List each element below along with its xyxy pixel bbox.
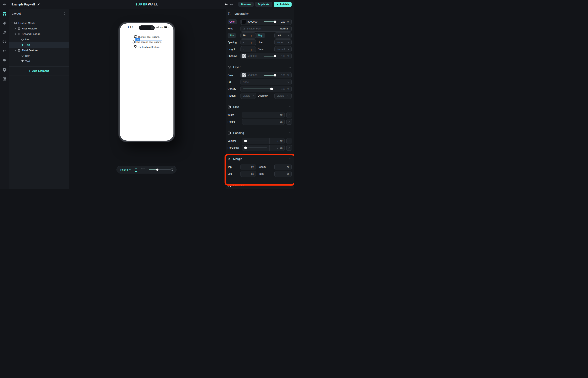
layer-color-opacity-slider[interactable] [262, 72, 278, 78]
rail-code-tab[interactable] [0, 37, 9, 46]
opacity-value[interactable]: 100 % [278, 86, 291, 92]
case-label: Case [256, 48, 274, 51]
sort-arrows-icon [64, 12, 66, 15]
align-select[interactable]: Left [274, 32, 292, 39]
font-size-input[interactable]: 16 px [241, 32, 256, 39]
tree-item-first-feature[interactable]: First Feature [9, 26, 69, 31]
padding-vertical-expand-button[interactable] [286, 138, 292, 144]
padding-horizontal-expand-button[interactable] [286, 145, 292, 151]
rail-console-tab[interactable] [0, 74, 9, 83]
collapse-padding-button[interactable] [289, 132, 291, 134]
device-select[interactable]: iPhone [120, 168, 128, 171]
collapse-margin-button[interactable] [289, 158, 291, 160]
selected-text-element[interactable]: Text The second cool feature. [135, 40, 162, 43]
trophy-icon [21, 54, 24, 57]
feature-row-1[interactable]: The first cool feature. [120, 34, 173, 39]
color-hex-field[interactable]: #000000 [241, 19, 262, 25]
layer-color-hex-field[interactable]: #000000 [241, 72, 262, 78]
color-swatch[interactable] [242, 20, 246, 24]
layer-color-swatch[interactable] [242, 73, 246, 78]
color-opacity-value[interactable]: 100 % [278, 19, 291, 25]
layer-color-opacity-value[interactable]: 100 % [278, 72, 291, 78]
width-input[interactable]: – px [242, 112, 285, 118]
caret-collapsed-icon[interactable] [14, 28, 16, 29]
tree-item-feature-stack[interactable]: Feature Stack [9, 20, 69, 26]
layer-color-row: Color #000000 100 % [228, 72, 292, 78]
margin-right-input[interactable]: – px [274, 171, 292, 177]
landscape-toggle[interactable] [141, 168, 145, 171]
font-search-input[interactable]: System Font [241, 26, 277, 31]
fill-select[interactable]: None [241, 79, 292, 85]
line-select[interactable]: None [274, 39, 292, 45]
tree-item-label: Icon [25, 54, 30, 57]
padding-horizontal-value[interactable]: 0 px [270, 145, 285, 151]
caret-expanded-icon[interactable] [14, 50, 16, 51]
undo-button[interactable] [224, 2, 229, 7]
padding-horizontal-slider[interactable] [242, 145, 269, 151]
rail-layout-tab[interactable] [0, 9, 9, 19]
add-element-button[interactable]: + Add Element [9, 67, 69, 75]
portrait-toggle[interactable] [135, 168, 137, 172]
feature-row-3[interactable]: The third cool feature. [120, 44, 173, 49]
font-size-label[interactable]: Size [228, 33, 236, 38]
redo-button[interactable] [229, 2, 234, 7]
margin-left-input[interactable]: – px [241, 171, 256, 177]
collapse-layer-button[interactable] [289, 67, 291, 68]
margin-top-input[interactable]: – px [241, 164, 256, 170]
line-height-input[interactable]: – px [241, 46, 256, 52]
rail-theme-tab[interactable] [0, 28, 9, 37]
caret-expanded-icon[interactable] [11, 22, 13, 24]
rail-products-tab[interactable] [0, 19, 9, 28]
width-expand-button[interactable] [286, 112, 292, 118]
padding-vertical-slider[interactable] [242, 138, 269, 144]
tree-item-third-feature[interactable]: Third Feature [9, 48, 69, 53]
zoom-slider[interactable] [149, 169, 170, 170]
refresh-button[interactable] [170, 168, 173, 171]
height-expand-button[interactable] [286, 119, 292, 125]
case-select[interactable]: Normal [274, 46, 292, 52]
edit-title-button[interactable] [37, 3, 40, 6]
tree-item-icon[interactable]: Icon [9, 53, 69, 58]
shadow-opacity-slider[interactable] [262, 53, 278, 59]
chevron-right-icon [288, 147, 290, 149]
align-label[interactable]: Align [256, 33, 265, 38]
font-row: Font System Font Normal [228, 26, 292, 32]
layout-panel-header: Layout [9, 9, 69, 18]
play-icon [276, 3, 278, 6]
feature-row-2-selected[interactable]: Text The second cool feature. [120, 39, 173, 44]
height-input[interactable]: – px [242, 119, 285, 125]
publish-button[interactable]: Publish [274, 2, 292, 7]
tree-item-text-selected[interactable]: Text [9, 42, 69, 48]
rail-notifications-tab[interactable] [0, 56, 9, 65]
tree-item-icon[interactable]: Icon [9, 37, 69, 42]
tree-item-text[interactable]: Text [9, 58, 69, 64]
shadow-hex-field[interactable]: #000000 [241, 53, 262, 59]
sort-layers-button[interactable] [64, 12, 66, 15]
caret-expanded-icon[interactable] [14, 33, 16, 35]
carrier-label: SW [160, 26, 163, 28]
phone-screen[interactable]: 1:22 SW [120, 23, 173, 141]
chevron-down-icon[interactable] [129, 169, 131, 170]
layer-section: Layer Color #000000 100 % [228, 62, 292, 99]
preview-button[interactable]: Preview [238, 2, 253, 7]
canvas[interactable]: 1:22 SW [69, 9, 226, 189]
padding-vertical-value[interactable]: 0 px [270, 138, 285, 144]
shadow-opacity-value[interactable]: 100 % [278, 53, 291, 59]
spacing-input[interactable]: – px [241, 39, 256, 45]
zoom-slider-thumb[interactable] [156, 169, 158, 171]
color-label[interactable]: Color [228, 19, 237, 24]
rail-checklist-tab[interactable] [0, 46, 9, 56]
opacity-slider[interactable] [241, 86, 278, 92]
hidden-select[interactable]: Visible [241, 93, 256, 99]
back-button[interactable] [0, 0, 9, 9]
collapse-size-button[interactable] [289, 106, 291, 108]
font-weight-select[interactable]: Normal [277, 26, 291, 31]
rail-settings-tab[interactable] [0, 65, 9, 74]
shadow-swatch[interactable] [242, 54, 246, 58]
margin-bottom-input[interactable]: – px [274, 164, 292, 170]
collapse-corners-button[interactable] [289, 185, 291, 186]
color-opacity-slider[interactable] [262, 19, 278, 25]
overflow-select[interactable]: Visible [274, 93, 292, 99]
tree-item-second-feature[interactable]: Second Feature [9, 31, 69, 37]
duplicate-button[interactable]: Duplicate [255, 2, 272, 7]
